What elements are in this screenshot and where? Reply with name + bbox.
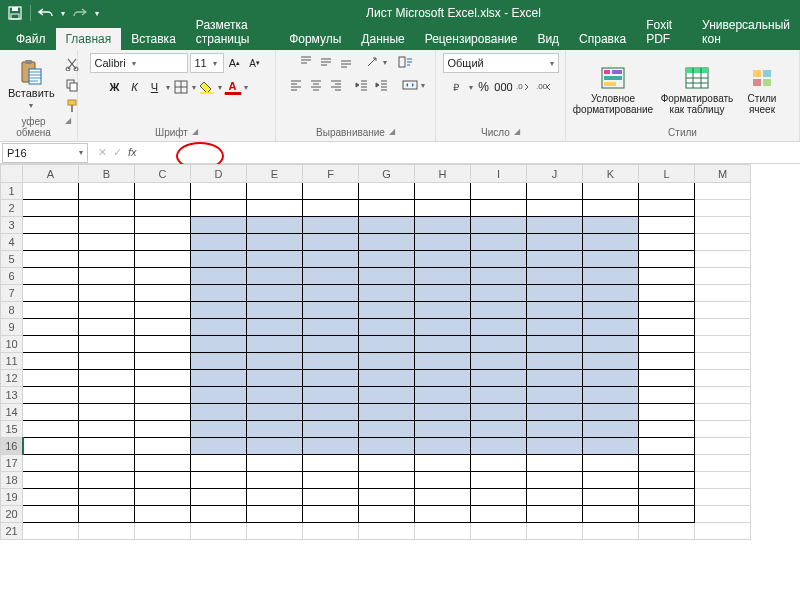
column-header[interactable]: J [527, 165, 583, 183]
cell[interactable] [191, 404, 247, 421]
cell[interactable] [471, 234, 527, 251]
cell[interactable] [527, 421, 583, 438]
cell[interactable] [415, 472, 471, 489]
cell[interactable] [135, 268, 191, 285]
cell[interactable] [23, 234, 79, 251]
redo-icon[interactable] [71, 4, 89, 22]
cell[interactable] [303, 251, 359, 268]
cell[interactable] [359, 438, 415, 455]
cell[interactable] [639, 438, 695, 455]
cell[interactable] [191, 472, 247, 489]
cell[interactable] [191, 455, 247, 472]
cell[interactable] [247, 472, 303, 489]
cell[interactable] [527, 268, 583, 285]
cell[interactable] [135, 251, 191, 268]
cell[interactable] [359, 268, 415, 285]
cell[interactable] [247, 455, 303, 472]
cell[interactable] [135, 438, 191, 455]
column-header[interactable]: G [359, 165, 415, 183]
cell[interactable] [639, 336, 695, 353]
cell[interactable] [135, 387, 191, 404]
cell[interactable] [191, 387, 247, 404]
cell[interactable] [583, 302, 639, 319]
cell[interactable] [247, 302, 303, 319]
cell[interactable] [471, 370, 527, 387]
cell[interactable] [191, 251, 247, 268]
cancel-icon[interactable]: ✕ [98, 146, 107, 159]
cell[interactable] [415, 455, 471, 472]
cell[interactable] [79, 506, 135, 523]
row-header[interactable]: 21 [1, 523, 23, 540]
column-header[interactable]: L [639, 165, 695, 183]
cell[interactable] [79, 336, 135, 353]
cell[interactable] [359, 200, 415, 217]
cell[interactable] [583, 421, 639, 438]
fill-color-icon[interactable] [198, 78, 216, 96]
dialog-launcher-icon[interactable]: ◢ [192, 127, 198, 138]
cell[interactable] [695, 353, 751, 370]
cell[interactable] [583, 404, 639, 421]
cell[interactable] [23, 336, 79, 353]
cell[interactable] [527, 217, 583, 234]
chevron-down-icon[interactable]: ▾ [421, 81, 425, 90]
cell[interactable] [583, 438, 639, 455]
cell[interactable] [247, 336, 303, 353]
cell[interactable] [695, 506, 751, 523]
cell[interactable] [79, 183, 135, 200]
chevron-down-icon[interactable]: ▾ [218, 83, 222, 92]
cell[interactable] [23, 353, 79, 370]
cell[interactable] [191, 285, 247, 302]
cell[interactable] [639, 200, 695, 217]
cell[interactable] [695, 234, 751, 251]
row-header[interactable]: 7 [1, 285, 23, 302]
format-as-table-button[interactable]: Форматировать как таблицу [656, 63, 738, 117]
cell[interactable] [135, 319, 191, 336]
tab-3[interactable]: Разметка страницы [186, 14, 279, 50]
font-color-icon[interactable]: А [224, 79, 242, 95]
cell[interactable] [583, 251, 639, 268]
cell[interactable] [527, 472, 583, 489]
cell[interactable] [23, 523, 79, 540]
cell[interactable] [359, 319, 415, 336]
column-header[interactable]: K [583, 165, 639, 183]
cell[interactable] [527, 489, 583, 506]
cell[interactable] [527, 455, 583, 472]
cell[interactable] [79, 302, 135, 319]
underline-button[interactable]: Ч [146, 78, 164, 96]
cell[interactable] [23, 455, 79, 472]
cell[interactable] [639, 421, 695, 438]
cell[interactable] [359, 302, 415, 319]
cell[interactable] [79, 421, 135, 438]
cell[interactable] [583, 370, 639, 387]
cell[interactable] [527, 438, 583, 455]
cell[interactable] [415, 421, 471, 438]
row-header[interactable]: 19 [1, 489, 23, 506]
cell[interactable] [527, 302, 583, 319]
cell[interactable] [191, 353, 247, 370]
cell[interactable] [135, 183, 191, 200]
cell[interactable] [79, 353, 135, 370]
cell[interactable] [415, 438, 471, 455]
cell[interactable] [247, 251, 303, 268]
cell[interactable] [359, 421, 415, 438]
cell[interactable] [695, 438, 751, 455]
cell[interactable] [471, 336, 527, 353]
cell[interactable] [303, 302, 359, 319]
cell[interactable] [639, 183, 695, 200]
cell[interactable] [639, 472, 695, 489]
cell[interactable] [471, 506, 527, 523]
align-top-icon[interactable] [297, 53, 315, 71]
cell[interactable] [303, 319, 359, 336]
cell[interactable] [23, 489, 79, 506]
row-header[interactable]: 1 [1, 183, 23, 200]
cell[interactable] [471, 523, 527, 540]
accounting-format-icon[interactable]: ₽ [449, 78, 467, 96]
number-format-combo[interactable]: Общий▾ [443, 53, 559, 73]
cell[interactable] [247, 404, 303, 421]
cell[interactable] [79, 234, 135, 251]
cell[interactable] [23, 200, 79, 217]
row-header[interactable]: 16 [1, 438, 23, 455]
cell[interactable] [79, 217, 135, 234]
chevron-down-icon[interactable]: ▾ [244, 83, 248, 92]
cell[interactable] [471, 472, 527, 489]
